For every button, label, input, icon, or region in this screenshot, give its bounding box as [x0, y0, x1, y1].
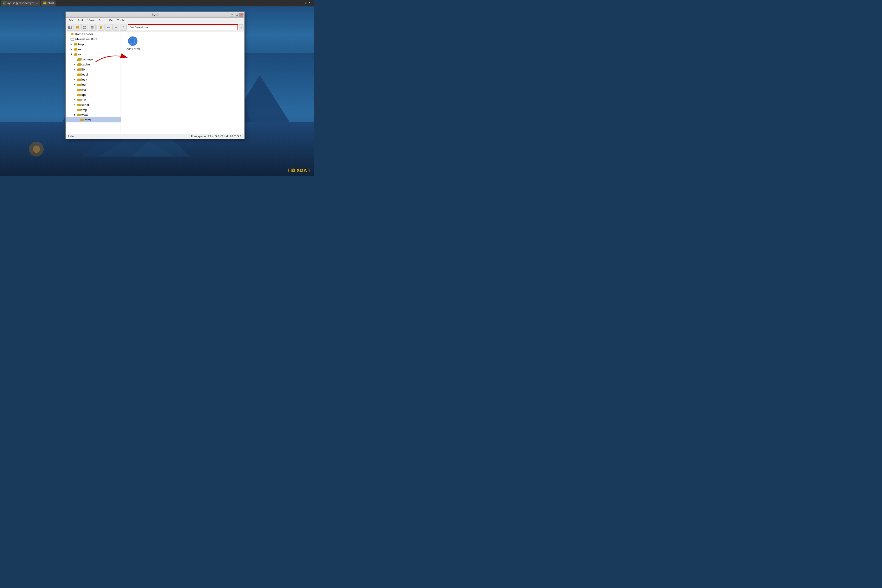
expand-log[interactable]: ▶: [73, 83, 76, 86]
icon-view-button[interactable]: [81, 24, 88, 30]
sidebar-label-html: html: [84, 118, 91, 122]
sidebar-item-log[interactable]: ▶ log: [66, 82, 121, 87]
expand-usr[interactable]: ▶: [70, 48, 73, 51]
index-html-icon: [127, 36, 138, 46]
sidebar-label-local: local: [81, 73, 88, 76]
expand-spool[interactable]: ▶: [73, 103, 76, 106]
back-button[interactable]: ←: [105, 24, 112, 30]
taskbar-left: ▶_ ayush@raspberrypi: ~ html: [1, 0, 56, 6]
svg-rect-22: [91, 26, 93, 27]
main-content: Home Folder Filesystem Root ▶: [66, 32, 244, 134]
file-item-index-html[interactable]: index.html: [124, 34, 142, 52]
sidebar-item-spool[interactable]: ▶ spool: [66, 102, 121, 107]
sidebar-label-tmp: tmp: [78, 42, 84, 46]
sidebar-tree: Home Folder Filesystem Root ▶: [66, 32, 121, 134]
sidebar-item-usr[interactable]: ▶ usr: [66, 46, 121, 52]
folder-button[interactable]: [74, 24, 81, 30]
folder-log-icon: [77, 83, 81, 86]
sidebar-label-var-tmp: tmp: [81, 108, 87, 112]
title-bar: html − □ ×: [66, 12, 244, 18]
up-button[interactable]: ↑: [120, 24, 126, 30]
no-expand-opt: [73, 93, 76, 96]
forward-button[interactable]: →: [112, 24, 119, 30]
sidebar-item-www[interactable]: ▼ www: [66, 112, 121, 117]
window-title: html: [152, 13, 158, 16]
sidebar-item-mail[interactable]: mail: [66, 87, 121, 92]
sidebar-label-lock: lock: [81, 78, 87, 81]
menu-view[interactable]: View: [86, 18, 96, 22]
menu-go[interactable]: Go: [107, 18, 115, 22]
sidebar-item-opt[interactable]: opt: [66, 92, 121, 97]
folder-local-icon: [77, 73, 81, 76]
folder-www-icon: [77, 113, 81, 117]
sidebar-item-tmp[interactable]: ▶ tmp: [66, 42, 121, 46]
toolbar-separator-1: [96, 25, 97, 30]
panel-toggle-button[interactable]: [67, 24, 74, 30]
expand-lib[interactable]: ▶: [73, 68, 76, 71]
folder-spool-icon: [77, 103, 81, 106]
terminal-taskbar-item[interactable]: ▶_ ayush@raspberrypi: ~: [1, 0, 40, 6]
xda-bracket-right: ]: [308, 168, 310, 173]
menu-edit[interactable]: Edit: [76, 18, 85, 22]
sidebar-label-run: run: [81, 98, 86, 102]
menu-tools[interactable]: Tools: [116, 18, 126, 22]
no-expand-html: [76, 118, 80, 122]
expand-tmp[interactable]: ▶: [70, 42, 73, 46]
address-bar-container: ▾: [128, 24, 243, 30]
sidebar-item-var-tmp[interactable]: tmp: [66, 107, 121, 112]
maximize-button[interactable]: □: [235, 13, 239, 17]
menu-file[interactable]: File: [67, 18, 75, 22]
folder-usr-icon: [74, 47, 77, 51]
toolbar: ← → ↑ ▾: [66, 23, 244, 32]
sidebar-label-log: log: [81, 83, 86, 86]
status-bar: 1 item Free space: 22.4 GiB (Total: 28.7…: [66, 134, 244, 139]
taskbar-right: ⚡ ↕: [304, 2, 313, 5]
file-label-index-html: index.html: [126, 48, 140, 51]
expand-var[interactable]: ▼: [70, 52, 73, 56]
sidebar-item-cache[interactable]: ▶ cache: [66, 62, 121, 67]
menu-sort[interactable]: Sort: [97, 18, 107, 22]
list-view-button[interactable]: [88, 24, 96, 30]
folder-backups-icon: [77, 57, 81, 61]
home-folder-icon: [70, 32, 74, 36]
sidebar-label-backups: backups: [81, 58, 93, 61]
folder-var-tmp-icon: [77, 108, 81, 112]
folder-cache-icon: [77, 63, 81, 66]
folder-lib-icon: [77, 68, 81, 71]
sidebar-item-backups[interactable]: backups: [66, 57, 121, 62]
svg-rect-21: [85, 28, 86, 29]
no-expand-var-tmp: [73, 108, 76, 111]
address-bar[interactable]: [128, 24, 238, 30]
svg-rect-16: [69, 26, 70, 29]
minimize-button[interactable]: −: [230, 13, 234, 17]
menu-bar: File Edit View Sort Go Tools: [66, 18, 244, 23]
sidebar-item-lock[interactable]: ▶ lock: [66, 77, 121, 82]
sidebar-item-var[interactable]: ▼ var: [66, 52, 121, 57]
sidebar-item-run[interactable]: ▶ run: [66, 97, 121, 102]
sidebar-label-usr: usr: [78, 48, 83, 51]
file-area: index.html: [121, 32, 244, 134]
folder-run-icon: [77, 98, 81, 102]
filesystem-root-icon: [70, 37, 74, 41]
address-dropdown-button[interactable]: ▾: [239, 24, 243, 30]
sidebar-item-lib[interactable]: ▶ lib: [66, 67, 121, 72]
home-button[interactable]: [98, 24, 105, 30]
expand-lock[interactable]: ▶: [73, 78, 76, 81]
sidebar-item-html[interactable]: html: [66, 117, 121, 122]
folder-tmp-icon: [74, 42, 77, 46]
sidebar-item-local[interactable]: local: [66, 72, 121, 77]
sidebar-item-home-folder[interactable]: Home Folder: [66, 32, 121, 36]
svg-rect-19: [85, 26, 86, 27]
terminal-icon: ▶_: [3, 2, 6, 5]
close-button[interactable]: ×: [239, 13, 243, 17]
svg-rect-24: [91, 28, 93, 28]
expand-www[interactable]: ▼: [73, 113, 76, 117]
sidebar-item-filesystem-root[interactable]: Filesystem Root: [66, 36, 121, 42]
sidebar-label-opt: opt: [81, 93, 86, 96]
expand-run[interactable]: ▶: [73, 98, 76, 101]
folder-opt-icon: [77, 93, 81, 96]
expand-cache[interactable]: ▶: [73, 63, 76, 66]
file-manager-taskbar-item[interactable]: html: [41, 0, 56, 6]
svg-point-13: [33, 146, 40, 153]
sidebar-label-home-folder: Home Folder: [75, 32, 93, 36]
